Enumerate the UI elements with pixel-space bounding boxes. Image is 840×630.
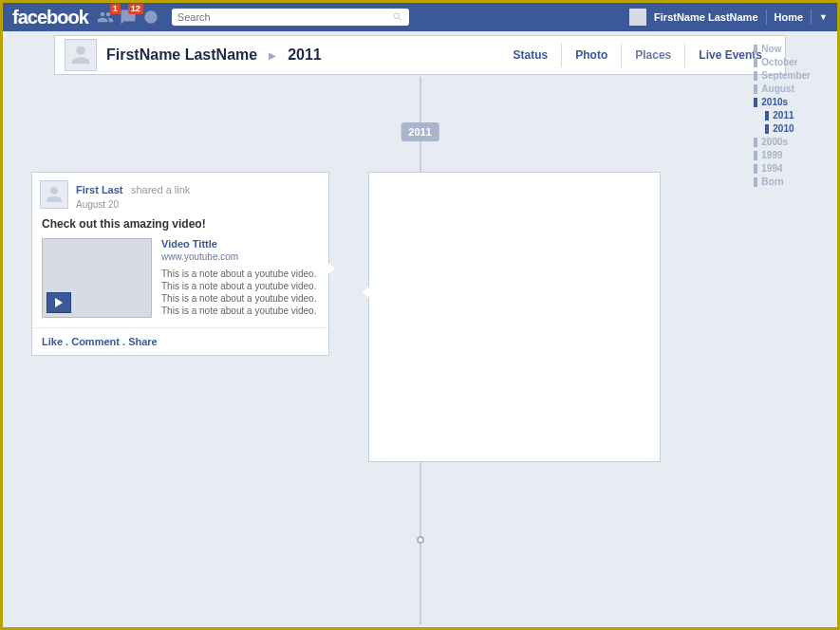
post-meta: First Last shared a link August 20 (76, 180, 190, 210)
tab-places[interactable]: Places (621, 43, 684, 67)
date-nav-item[interactable]: 2011 (765, 109, 811, 122)
date-nav-tick-icon (765, 111, 769, 120)
date-nav-tick-icon (754, 151, 757, 160)
search-box[interactable] (172, 9, 409, 26)
profile-avatar[interactable] (65, 39, 97, 71)
timeline-year-marker: 2011 (401, 122, 439, 141)
media-info: Video Tittle www.youtube.com This is a n… (161, 238, 319, 318)
media-url[interactable]: www.youtube.com (161, 251, 319, 262)
date-nav-item[interactable]: September (754, 69, 811, 83)
date-nav-item[interactable]: 1994 (754, 162, 811, 176)
date-nav-label: 2011 (773, 109, 793, 122)
share-button[interactable]: Share (128, 336, 158, 347)
composer-tabs: Status Photo Places Live Events (500, 43, 775, 67)
date-nav-label: Born (761, 176, 783, 189)
search-icon[interactable] (392, 11, 403, 23)
timeline-date-nav: NowOctoberSeptemberAugust2010s2011201020… (754, 43, 811, 189)
date-nav-item[interactable]: October (754, 56, 811, 69)
video-thumbnail[interactable] (42, 238, 152, 318)
breadcrumb-arrow-icon: ▶ (269, 50, 276, 61)
profile-header: FirstName LastName ▶ 2011 Status Photo P… (54, 35, 786, 75)
date-nav-label: Now (761, 43, 781, 56)
top-right-controls: FirstName LastName Home ▼ (629, 9, 828, 26)
timeline-post: First Last shared a link August 20 Check… (31, 172, 329, 356)
tab-photo[interactable]: Photo (561, 43, 621, 67)
nav-icons-group: 1 12 (96, 8, 160, 27)
date-nav-tick-icon (754, 177, 757, 187)
date-nav-item[interactable]: Now (754, 43, 811, 56)
post-media: Video Tittle www.youtube.com This is a n… (32, 238, 328, 327)
post-action-text: shared a link (131, 184, 190, 195)
date-nav-tick-icon (754, 58, 757, 67)
date-nav-label: 2000s (761, 136, 788, 149)
media-title-link[interactable]: Video Tittle (161, 238, 319, 250)
post-body-text: Check out this amazing video! (32, 213, 328, 238)
date-nav-tick-icon (754, 164, 757, 174)
home-link[interactable]: Home (775, 11, 804, 23)
nav-divider (811, 9, 812, 25)
post-actions: Like . Comment . Share (32, 327, 328, 355)
comment-button[interactable]: Comment (71, 336, 120, 347)
date-nav-label: 1994 (761, 162, 782, 176)
post-author-link[interactable]: First Last (76, 184, 123, 195)
date-nav-label: August (761, 83, 793, 96)
date-nav-item[interactable]: 2010s (754, 96, 811, 109)
account-dropdown-icon[interactable]: ▼ (819, 12, 828, 22)
friend-requests-icon[interactable]: 1 (96, 8, 115, 27)
notifications-globe-icon[interactable] (141, 8, 160, 27)
like-button[interactable]: Like (42, 336, 63, 347)
profile-name[interactable]: FirstName LastName (106, 46, 257, 64)
post-author-avatar[interactable] (40, 180, 68, 209)
profile-year: 2011 (288, 46, 322, 64)
svg-point-0 (144, 10, 157, 23)
play-icon[interactable] (47, 292, 71, 313)
date-nav-label: October (761, 56, 797, 69)
date-nav-item[interactable]: Born (754, 176, 811, 189)
date-nav-tick-icon (754, 45, 757, 54)
date-nav-tick-icon (754, 98, 757, 107)
timeline-dot (417, 536, 424, 544)
date-nav-item[interactable]: 1999 (754, 149, 811, 162)
search-input[interactable] (177, 11, 392, 23)
nav-divider (766, 9, 767, 25)
user-avatar-mini[interactable] (629, 9, 646, 26)
date-nav-item[interactable]: 2010 (765, 122, 811, 136)
post-pointer-icon (362, 287, 369, 298)
date-nav-tick-icon (765, 124, 769, 134)
date-nav-item[interactable]: August (754, 83, 811, 96)
date-nav-tick-icon (754, 84, 757, 94)
date-nav-label: 2010 (773, 122, 793, 136)
date-nav-tick-icon (754, 138, 757, 147)
media-description: This is a note about a youtube video.Thi… (161, 268, 319, 317)
date-nav-label: 2010s (761, 96, 788, 109)
post-date[interactable]: August 20 (76, 199, 190, 210)
messages-icon[interactable]: 12 (119, 8, 138, 27)
timeline-post-empty (368, 172, 661, 462)
date-nav-label: September (761, 69, 811, 83)
tab-status[interactable]: Status (500, 43, 562, 67)
date-nav-tick-icon (754, 71, 757, 81)
facebook-logo[interactable]: facebook (12, 7, 88, 28)
top-nav-bar: facebook 1 12 FirstName LastName Home ▼ (3, 3, 837, 31)
post-pointer-icon (328, 263, 336, 274)
post-header: First Last shared a link August 20 (32, 173, 328, 213)
date-nav-label: 1999 (761, 149, 782, 162)
date-nav-item[interactable]: 2000s (754, 136, 811, 149)
user-name-link[interactable]: FirstName LastName (654, 11, 757, 23)
